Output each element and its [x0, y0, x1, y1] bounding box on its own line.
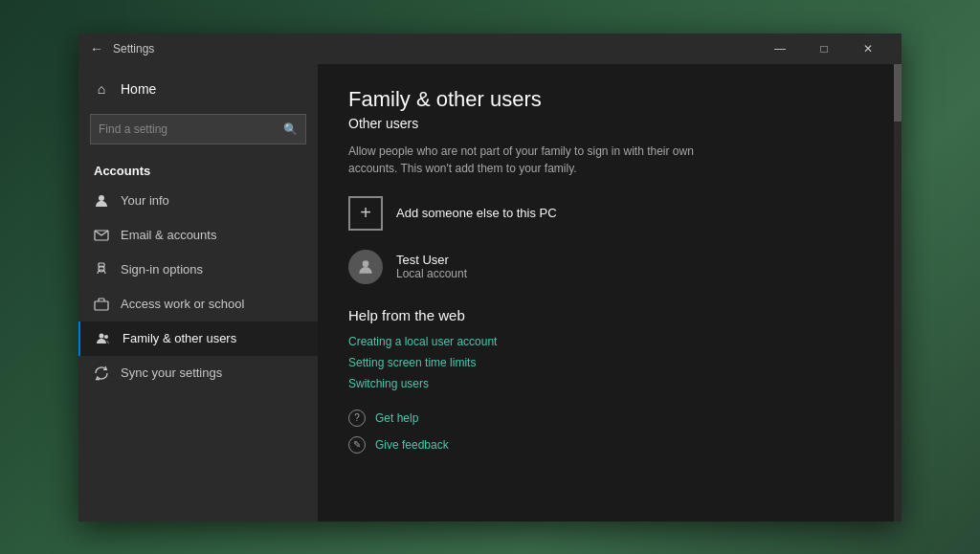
help-link-3[interactable]: Switching users: [348, 377, 871, 390]
sidebar-label-sync: Sync your settings: [121, 366, 222, 380]
scrollbar-track[interactable]: [894, 64, 902, 521]
sidebar-item-family-users[interactable]: Family & other users: [78, 321, 318, 356]
your-info-icon: [94, 193, 109, 209]
help-section: Help from the web Creating a local user …: [348, 307, 871, 390]
sidebar-label-your-info: Your info: [121, 193, 169, 208]
get-help-label: Get help: [375, 411, 418, 425]
sidebar-label-family-users: Family & other users: [122, 331, 236, 345]
sidebar-item-your-info[interactable]: Your info: [78, 184, 318, 218]
window-body: ⌂ Home 🔍 Accounts Your info Email & acco…: [78, 64, 902, 521]
give-feedback-label: Give feedback: [375, 438, 449, 452]
sidebar-item-sync[interactable]: Sync your settings: [78, 356, 318, 390]
add-user-row[interactable]: + Add someone else to this PC: [348, 196, 871, 231]
section-desc: Allow people who are not part of your fa…: [348, 143, 712, 177]
sidebar-section-label: Accounts: [78, 152, 318, 184]
user-name: Test User: [396, 253, 467, 267]
get-help-row[interactable]: ? Get help: [348, 410, 871, 427]
add-user-label: Add someone else to this PC: [396, 206, 557, 220]
sidebar-item-access-work[interactable]: Access work or school: [78, 287, 318, 321]
user-row[interactable]: Test User Local account: [348, 250, 871, 284]
get-help-icon: ?: [348, 410, 366, 427]
sidebar-label-sign-in: Sign-in options: [121, 262, 203, 277]
window-controls: — □ ✕: [758, 33, 890, 64]
family-icon: [96, 331, 111, 346]
add-user-icon-box: +: [348, 196, 383, 231]
svg-point-5: [100, 333, 104, 338]
email-icon: [94, 228, 109, 243]
search-box[interactable]: 🔍: [90, 114, 306, 144]
search-input[interactable]: [99, 122, 283, 136]
give-feedback-icon: ✎: [348, 436, 366, 454]
help-link-1[interactable]: Creating a local user account: [348, 335, 871, 348]
sidebar-home-label: Home: [121, 81, 156, 97]
titlebar: ← Settings — □ ✕: [78, 33, 902, 64]
user-avatar-icon: [356, 257, 375, 277]
minimize-button[interactable]: —: [758, 33, 802, 64]
sidebar-label-access-work: Access work or school: [121, 297, 244, 311]
page-title: Family & other users: [348, 87, 871, 112]
home-icon: ⌂: [94, 81, 109, 97]
sidebar-label-email-accounts: Email & accounts: [121, 228, 216, 242]
plus-icon: +: [360, 202, 371, 224]
bottom-links: ? Get help ✎ Give feedback: [348, 410, 871, 454]
sidebar: ⌂ Home 🔍 Accounts Your info Email & acco…: [78, 64, 318, 521]
svg-rect-4: [95, 301, 108, 310]
help-link-2[interactable]: Setting screen time limits: [348, 356, 871, 369]
svg-point-6: [104, 335, 108, 339]
user-info: Test User Local account: [396, 253, 467, 280]
user-type: Local account: [396, 267, 467, 280]
user-avatar: [348, 250, 383, 284]
sync-icon: [94, 366, 109, 381]
sidebar-item-sign-in[interactable]: Sign-in options: [78, 253, 318, 287]
search-icon: 🔍: [283, 122, 298, 136]
svg-point-0: [99, 195, 104, 201]
back-button[interactable]: ←: [90, 41, 103, 56]
section-title: Other users: [348, 116, 871, 131]
maximize-button[interactable]: □: [802, 33, 846, 64]
help-title: Help from the web: [348, 307, 871, 323]
sidebar-item-home[interactable]: ⌂ Home: [78, 72, 318, 106]
scrollbar-thumb[interactable]: [894, 64, 902, 122]
close-button[interactable]: ✕: [846, 33, 890, 64]
window-title: Settings: [113, 42, 758, 55]
signin-icon: [94, 262, 109, 277]
main-content: Family & other users Other users Allow p…: [318, 64, 902, 521]
svg-point-7: [363, 260, 369, 267]
sidebar-item-email-accounts[interactable]: Email & accounts: [78, 218, 318, 253]
give-feedback-row[interactable]: ✎ Give feedback: [348, 436, 871, 454]
settings-window: ← Settings — □ ✕ ⌂ Home 🔍 Accounts Y: [78, 33, 902, 521]
work-icon: [94, 297, 109, 312]
